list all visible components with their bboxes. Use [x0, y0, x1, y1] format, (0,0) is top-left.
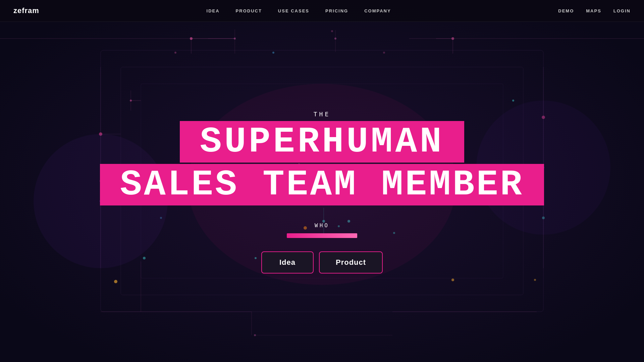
superhuman-heading: SUPERHUMAN [200, 124, 444, 160]
who-bar [287, 233, 357, 238]
nav-link-use-cases[interactable]: USE CASES [278, 8, 309, 13]
nav-center-links: IDEA PRODUCT USE CASES PRICING COMPANY [207, 8, 391, 13]
product-button[interactable]: Product [319, 251, 383, 274]
nav-link-demo[interactable]: DEMO [558, 8, 574, 13]
idea-button[interactable]: Idea [261, 251, 314, 274]
cta-buttons: Idea Product [261, 251, 383, 274]
sales-team-banner: SALES TEAM MEMBER [100, 164, 544, 205]
navbar: zefram IDEA PRODUCT USE CASES PRICING CO… [0, 0, 644, 22]
nav-link-idea[interactable]: IDEA [207, 8, 220, 13]
who-label: WHO [315, 222, 329, 229]
sales-team-heading: SALES TEAM MEMBER [120, 167, 524, 203]
nav-link-maps[interactable]: MAPS [586, 8, 601, 13]
hero-section: THE SUPERHUMAN SALES TEAM MEMBER WHO Ide… [0, 22, 644, 362]
superhuman-banner: SUPERHUMAN [180, 121, 464, 163]
the-label: THE [314, 111, 331, 118]
nav-link-product[interactable]: PRODUCT [236, 8, 262, 13]
nav-link-pricing[interactable]: PRICING [325, 8, 348, 13]
brand-logo[interactable]: zefram [13, 6, 39, 15]
nav-link-login[interactable]: LOGIN [613, 8, 631, 13]
nav-right-links: DEMO MAPS LOGIN [558, 8, 631, 13]
who-section: WHO [287, 222, 357, 238]
nav-link-company[interactable]: COMPANY [364, 8, 391, 13]
